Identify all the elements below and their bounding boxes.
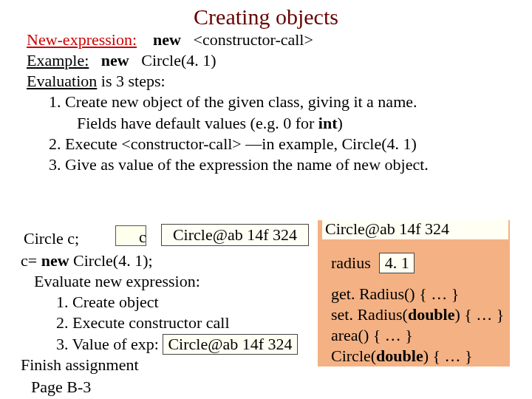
kw-new-3: new [41,251,69,270]
example-expr: Circle(4. 1) [141,51,216,69]
kw-new-1: new [153,30,181,49]
method-setradius: set. Radius(double) { … } [331,304,504,325]
assign-pre: c= [21,251,41,270]
method-area: area() { … } [331,325,504,346]
method-getradius: get. Radius() { … } [331,284,504,304]
m2-pre: set. Radius( [331,305,408,324]
ll-step-3-label: 3. Value of exp: [56,335,163,353]
line-evaluation: Evaluation is 3 steps: [27,71,511,92]
field-value-radius: 4. 1 [379,253,415,273]
constructor-call-placeholder-1: <constructor-call> [193,30,313,49]
kw-new-2: new [101,51,129,69]
label-evaluation: Evaluation [27,72,97,90]
label-example: Example: [27,51,89,69]
assign-post: Circle(4. 1); [69,251,153,270]
ll-step-1: 1. Create object [56,292,310,313]
object-title: Circle@ab 14f 324 [322,219,508,239]
page-ref: Page B-3 [31,377,310,398]
kw-double-2: double [376,347,423,365]
assign-line: c= new Circle(4. 1); [21,250,310,271]
var-c-label: c [139,227,146,248]
definition-block: New-expression: new <constructor-call> E… [27,30,511,175]
line-example: Example: new Circle(4. 1) [27,50,511,71]
step-1b-post: ) [338,114,343,132]
ll-step-2: 2. Execute constructor call [56,313,310,333]
line-new-expression: New-expression: new <constructor-call> [27,30,511,50]
var-c-value: Circle@ab 14f 324 [161,224,309,246]
step-3: 3. Give as value of the expression the n… [49,154,511,175]
lower-left-block: Circle c; c Circle@ab 14f 324 c= new Cir… [21,225,310,398]
slide: Creating objects New-expression: new <co… [0,0,532,399]
kw-double-1: double [408,305,455,324]
methods-list: get. Radius() { … } set. Radius(double) … [331,284,504,367]
object-card: Circle@ab 14f 324 radius 4. 1 get. Radiu… [318,220,510,366]
field-label-radius: radius [331,253,371,272]
m2-post: ) { … } [454,305,504,324]
step-1b: Fields have default values (e.g. 0 for i… [77,113,511,134]
var-row: Circle c; c Circle@ab 14f 324 [21,225,310,250]
step-1b-pre: Fields have default values (e.g. 0 for [77,114,318,132]
kw-int: int [318,114,338,132]
page-title: Creating objects [0,4,532,30]
m4-pre: Circle( [331,347,376,365]
step-2: 2. Execute <constructor-call> —in exampl… [49,134,511,154]
step-1a: 1. Create new object of the given class,… [49,92,511,112]
m4-post: ) { … } [423,347,473,365]
method-circle: Circle(double) { … } [331,346,504,366]
ll-step-3: 3. Value of exp: Circle@ab 14f 324 [56,334,310,355]
exp-value-box: Circle@ab 14f 324 [163,334,297,355]
decl-text: Circle c; [24,228,79,249]
term-new-expression: New-expression: [27,30,137,49]
finish-assignment: Finish assignment [21,355,310,375]
eval-heading: Evaluate new expression: [34,271,310,292]
field-row-radius: radius 4. 1 [331,253,415,273]
eval-rest: is 3 steps: [97,72,165,90]
